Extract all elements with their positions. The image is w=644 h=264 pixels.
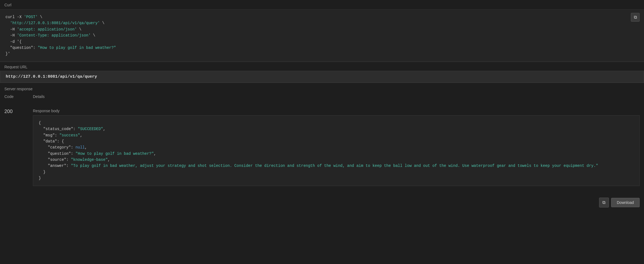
request-url-value: http://127.0.0.1:8081/api/v1/qa/query xyxy=(6,74,97,79)
response-code-value: 200 xyxy=(4,109,29,114)
curl-block: curl -X 'POST' \ 'http://127.0.0.1:8081/… xyxy=(0,9,644,62)
response-body-label: Response body xyxy=(33,109,640,115)
curl-section-label: Curl xyxy=(0,0,644,9)
bottom-actions: ⧉ Download xyxy=(0,195,644,210)
server-response-label: Server response xyxy=(0,83,644,93)
copy-response-icon: ⧉ xyxy=(602,200,605,205)
copy-curl-icon: ⧉ xyxy=(634,15,637,20)
response-body-box: { "status_code": "SUCCEEDED", "msg": "su… xyxy=(33,115,640,186)
download-button[interactable]: Download xyxy=(611,198,640,207)
request-url-label: Request URL xyxy=(0,62,644,71)
request-url-box: http://127.0.0.1:8081/api/v1/qa/query xyxy=(0,71,644,83)
copy-response-button[interactable]: ⧉ xyxy=(599,198,609,207)
copy-curl-button[interactable]: ⧉ xyxy=(631,13,640,22)
code-column-header: Code xyxy=(4,94,29,102)
details-column-header: Details xyxy=(33,94,640,102)
curl-code: curl -X 'POST' \ 'http://127.0.0.1:8081/… xyxy=(5,14,639,57)
response-json: { "status_code": "SUCCEEDED", "msg": "su… xyxy=(39,120,634,181)
